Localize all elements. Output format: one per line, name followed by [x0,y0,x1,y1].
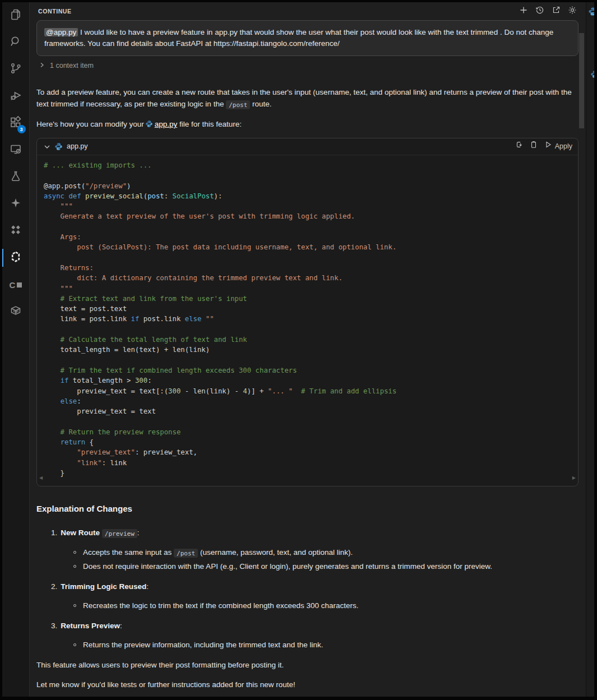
bullet-item: Does not require interaction with the AP… [73,560,579,573]
code-line: # ... existing imports ... [44,160,578,170]
code-line: # Calculate the total length of text and… [44,335,578,345]
code-line: } [44,468,578,478]
code-line: "link": link [44,458,578,468]
scroll-right-arrow[interactable]: ▶ [572,472,576,484]
python-icon [54,142,63,151]
code-line: preview_text = text [44,406,578,416]
explanation-list: 1.New Route /preview:Accepts the same in… [36,527,579,651]
code-line: preview_text = text[:(300 - len(link) - … [44,386,578,396]
diamonds-icon [9,223,22,239]
code-line [44,222,578,232]
settings-button[interactable] [567,6,578,17]
code-line [44,416,578,427]
panel-title: CONTINUE [38,8,72,15]
context-items-toggle[interactable]: 1 context item [36,56,579,69]
code-block: app.py Apply # ... existing imports ... … [36,138,579,486]
numbered-list-item: 2.Trimming Logic Reused: [51,581,579,592]
sidebar-item-search[interactable] [2,29,30,56]
response-paragraph: To add a preview feature, you can create… [36,86,579,110]
sparkle-icon [9,196,22,212]
git-branch-icon [9,62,22,77]
code-line [44,253,578,263]
python-tab-icon [588,7,594,16]
sidebar-item-extensions[interactable]: 3 [2,110,30,137]
activity-bar: 3 C [2,2,30,697]
code-line: """ [44,201,578,211]
code-line: # Extract text and link from the user's … [44,294,578,304]
code-line: else: [44,396,578,406]
open-external-icon [552,6,561,17]
plus-icon [519,6,528,17]
play-icon [544,141,552,152]
insert-at-cursor-button[interactable] [515,141,523,152]
continue-logo-icon [9,250,22,266]
new-session-button[interactable] [518,6,529,17]
continue-chat-panel: CONTINUE @app.py I would like to have a … [30,2,586,697]
apply-button[interactable]: Apply [544,141,572,152]
assistant-response: To add a preview feature, you can create… [36,86,579,690]
history-icon [535,6,544,17]
chevron-right-icon [39,62,45,69]
scroll-left-arrow[interactable]: ◀ [39,472,43,484]
python-icon [145,119,153,127]
closing-paragraph: Let me know if you'd like tests or furth… [36,679,579,690]
python-breadcrumb-icon [590,70,594,80]
explanation-heading: Explanation of Changes [36,503,579,514]
code-line: return { [44,437,578,447]
history-button[interactable] [534,6,545,17]
response-paragraph: Here's how you can modify yourapp.py fil… [36,118,579,130]
closing-paragraphs: This feature allows users to preview the… [36,659,579,690]
code-lines: # ... existing imports ... @app.post("/p… [37,155,578,486]
open-external-button[interactable] [550,6,562,17]
code-line: text = post.text [44,304,578,314]
search-icon [9,35,22,50]
sidebar-item-diamonds[interactable] [2,217,30,244]
apply-label: Apply [555,141,572,152]
panel-scrollbar-thumb[interactable] [579,33,584,128]
code-line [44,170,578,180]
code-line: # Return the preview response [44,427,578,437]
vscode-window: 3 C CONTINUE [2,2,594,697]
sidebar-item-remote-explorer[interactable] [2,137,30,164]
editor-edge-sliver [586,2,594,697]
panel-header: CONTINUE [30,2,586,20]
copy-code-button[interactable] [530,141,538,152]
code-line: post (SocialPost): The post data includi… [44,242,578,252]
sidebar-item-sparkle[interactable] [2,191,30,217]
code-line: """ [44,284,578,294]
clipboard-icon [530,141,538,152]
sidebar-item-codelens[interactable]: C [2,271,30,298]
gear-icon [568,6,577,17]
sidebar-item-source-control[interactable] [2,56,30,83]
app-py-link[interactable]: app.py [155,120,178,128]
user-message[interactable]: @app.py I would like to have a preview f… [36,20,579,56]
insert-icon [515,141,523,152]
code-line: "preview_text": preview_text, [44,447,578,457]
sidebar-item-continue[interactable] [2,244,30,271]
code-line: if total_length > 300: [44,376,578,386]
container-cube-icon [9,304,22,319]
closing-paragraph: This feature allows users to preview the… [36,659,579,671]
bullet-item: Returns the preview information, includi… [73,639,579,651]
sidebar-item-run-debug[interactable] [2,83,30,110]
bullet-item: Recreates the logic to trim the text if … [73,600,579,612]
chevron-down-icon[interactable] [44,143,50,150]
code-line: dict: A dictionary containing the trimme… [44,273,578,283]
user-message-text: I would like to have a preview feature i… [44,28,553,48]
context-items-label: 1 context item [50,62,94,69]
numbered-list-item: 1.New Route /preview: [51,527,579,539]
beaker-icon [9,169,22,185]
debug-icon [9,89,22,104]
code-line: Returns: [44,263,578,273]
sidebar-item-testing[interactable] [2,164,30,191]
sidebar-item-container[interactable] [2,298,30,325]
code-line: Generate a text preview of the user's po… [44,211,578,221]
sidebar-item-explorer[interactable] [2,2,30,29]
code-line: link = post.link if post.link else "" [44,314,578,324]
code-line: # Trim the text if combined length excee… [44,365,578,376]
code-line: total_length = len(text) + len(link) [44,345,578,355]
inline-code-post: /post [226,100,250,109]
code-line: async def preview_social(post: SocialPos… [44,191,578,201]
file-mention-chip: @app.py [44,28,78,36]
monitor-icon [9,142,22,158]
